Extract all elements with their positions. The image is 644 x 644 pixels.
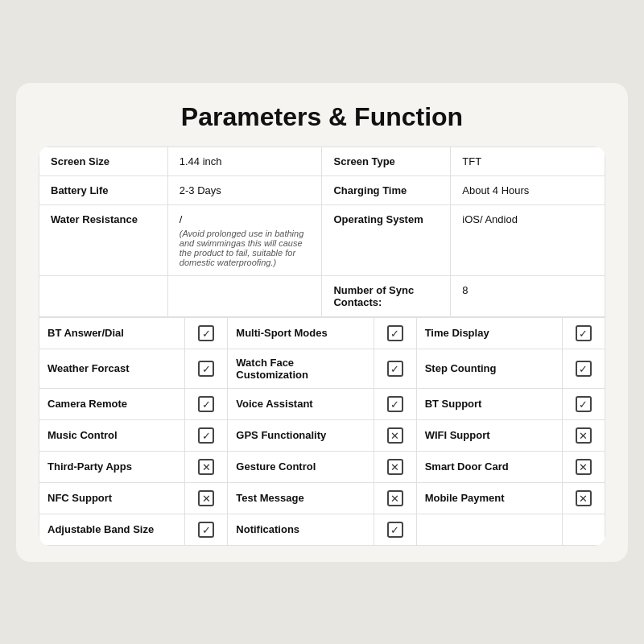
- feat-bt-support-label: BT Support: [416, 388, 562, 419]
- feat-camera-label: Camera Remote: [39, 388, 185, 419]
- check-icon-yes: ✓: [576, 396, 592, 412]
- feat-test-msg-label: Test Message: [228, 482, 374, 514]
- params-row-1: Screen Size 1.44 inch Screen Type TFT: [39, 147, 605, 175]
- feature-row-5: Third-Party Apps ✕ Gesture Control ✕ Sma…: [39, 451, 605, 482]
- feat-watch-face-check: ✓: [374, 349, 416, 388]
- check-icon-yes: ✓: [387, 396, 403, 412]
- check-icon-yes: ✓: [198, 361, 214, 377]
- feat-test-msg-check: ✕: [374, 482, 416, 514]
- feat-step-counting-label: Step Counting: [416, 349, 562, 388]
- check-icon-no: ✕: [387, 459, 403, 475]
- feat-bt-answer-check: ✓: [185, 317, 228, 349]
- check-icon-no: ✕: [576, 427, 592, 444]
- water-resistance-value: / (Avoid prolonged use in bathing and sw…: [167, 204, 322, 275]
- check-icon-yes: ✓: [387, 522, 403, 538]
- feat-nfc-label: NFC Support: [39, 482, 185, 514]
- feat-third-party-check: ✕: [185, 451, 228, 482]
- feat-time-display-check: ✓: [562, 317, 605, 349]
- empty-label-1: [39, 275, 168, 316]
- feat-multi-sport-label: Multi-Sport Modes: [228, 317, 374, 349]
- feat-band-size-check: ✓: [185, 514, 228, 545]
- feat-nfc-check: ✕: [185, 482, 228, 514]
- feat-time-display-label: Time Display: [416, 317, 562, 349]
- screen-size-label: Screen Size: [39, 147, 168, 175]
- charging-time-label: Charging Time: [322, 175, 451, 204]
- feat-notifications-check: ✓: [374, 514, 416, 545]
- params-row-3: Water Resistance / (Avoid prolonged use …: [39, 204, 605, 275]
- feat-notifications-label: Notifications: [228, 514, 374, 545]
- check-icon-yes: ✓: [576, 361, 592, 377]
- feat-smart-door-check: ✕: [562, 451, 605, 482]
- battery-life-label: Battery Life: [39, 175, 168, 204]
- check-icon-no: ✕: [576, 459, 592, 475]
- main-card: Screen Size 1.44 inch Screen Type TFT Ba…: [39, 147, 605, 546]
- feat-gesture-label: Gesture Control: [228, 451, 374, 482]
- feat-camera-check: ✓: [185, 388, 228, 419]
- battery-life-value: 2-3 Days: [167, 175, 322, 204]
- check-icon-yes: ✓: [576, 325, 592, 341]
- screen-size-value: 1.44 inch: [167, 147, 322, 175]
- feature-row-6: NFC Support ✕ Test Message ✕ Mobile Paym…: [39, 482, 605, 514]
- screen-type-value: TFT: [451, 147, 605, 175]
- feat-wifi-label: WIFI Support: [416, 419, 562, 451]
- feat-wifi-check: ✕: [562, 419, 605, 451]
- feat-empty-check: [562, 514, 605, 545]
- check-icon-yes: ✓: [198, 396, 214, 412]
- water-resistance-label: Water Resistance: [39, 204, 168, 275]
- check-icon-yes: ✓: [198, 427, 214, 444]
- feat-music-check: ✓: [185, 419, 228, 451]
- feat-gesture-check: ✕: [374, 451, 416, 482]
- check-icon-no: ✕: [576, 490, 592, 506]
- feat-weather-label: Weather Forcast: [39, 349, 185, 388]
- params-table: Screen Size 1.44 inch Screen Type TFT Ba…: [39, 147, 605, 317]
- feat-watch-face-label: Watch Face Customization: [228, 349, 374, 388]
- feat-empty-label: [416, 514, 562, 545]
- check-icon-yes: ✓: [387, 361, 403, 377]
- water-resistance-note: (Avoid prolonged use in bathing and swim…: [180, 229, 311, 267]
- check-icon-no: ✕: [387, 490, 403, 506]
- screen-type-label: Screen Type: [322, 147, 451, 175]
- sync-contacts-label: Number of Sync Contacts:: [322, 275, 451, 316]
- check-icon-yes: ✓: [198, 325, 214, 341]
- check-icon-no: ✕: [387, 427, 403, 444]
- feat-multi-sport-check: ✓: [374, 317, 416, 349]
- feature-row-2: Weather Forcast ✓ Watch Face Customizati…: [39, 349, 605, 388]
- features-table: BT Answer/Dial ✓ Multi-Sport Modes ✓ Tim…: [39, 317, 605, 546]
- feat-step-counting-check: ✓: [562, 349, 605, 388]
- feat-gps-label: GPS Functionality: [228, 419, 374, 451]
- feat-weather-check: ✓: [185, 349, 228, 388]
- feature-row-4: Music Control ✓ GPS Functionality ✕ WIFI…: [39, 419, 605, 451]
- os-value: iOS/ Andiod: [451, 204, 605, 275]
- feature-row-7: Adjustable Band Size ✓ Notifications ✓: [39, 514, 605, 545]
- page: Parameters & Function Screen Size 1.44 i…: [16, 83, 628, 562]
- feat-gps-check: ✕: [374, 419, 416, 451]
- check-icon-no: ✕: [198, 490, 214, 506]
- empty-value-1: [167, 275, 322, 316]
- params-row-4: Number of Sync Contacts: 8: [39, 275, 605, 316]
- sync-contacts-value: 8: [451, 275, 605, 316]
- params-row-2: Battery Life 2-3 Days Charging Time Abou…: [39, 175, 605, 204]
- feat-mobile-payment-check: ✕: [562, 482, 605, 514]
- feat-mobile-payment-label: Mobile Payment: [416, 482, 562, 514]
- os-label: Operating System: [322, 204, 451, 275]
- check-icon-yes: ✓: [387, 325, 403, 341]
- feat-voice-label: Voice Assistant: [228, 388, 374, 419]
- feature-row-3: Camera Remote ✓ Voice Assistant ✓ BT Sup…: [39, 388, 605, 419]
- feat-bt-answer-label: BT Answer/Dial: [39, 317, 185, 349]
- feat-third-party-label: Third-Party Apps: [39, 451, 185, 482]
- check-icon-no: ✕: [198, 459, 214, 475]
- feat-smart-door-label: Smart Door Card: [416, 451, 562, 482]
- check-icon-yes: ✓: [198, 522, 214, 538]
- page-title: Parameters & Function: [39, 102, 605, 132]
- feature-row-1: BT Answer/Dial ✓ Multi-Sport Modes ✓ Tim…: [39, 317, 605, 349]
- feat-music-label: Music Control: [39, 419, 185, 451]
- feat-bt-support-check: ✓: [562, 388, 605, 419]
- charging-time-value: About 4 Hours: [451, 175, 605, 204]
- feat-band-size-label: Adjustable Band Size: [39, 514, 185, 545]
- feat-voice-check: ✓: [374, 388, 416, 419]
